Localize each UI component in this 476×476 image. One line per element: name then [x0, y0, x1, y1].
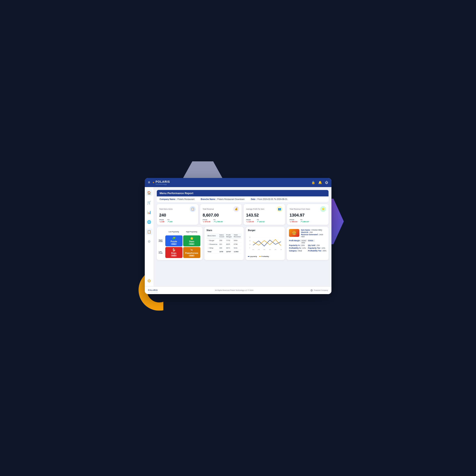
detail-profitability-pct: Profitability % : 12% [289, 247, 306, 249]
metrics-row: Total Menu Items 📋 240 FROM ↘ 238 TO ↗ [157, 204, 328, 225]
svg-text:Mai.: Mai. [275, 249, 277, 250]
date-value: From 2024-02-01 To 2024-08-31 [257, 198, 287, 200]
detail-cogs: COGS : [308, 239, 326, 244]
sidebar-item-settings[interactable]: ⚙ [146, 238, 152, 245]
navbar: ≡ ✦ POLARIS Technology 🔒 🔔 ⏻ [145, 178, 331, 187]
detail-profit-margin: Profit Margin : 15342 AED [289, 239, 306, 244]
metric-icon-revenue: 💰 [233, 206, 239, 212]
detail-qty: Qty Sold : 234 [308, 244, 326, 246]
bcg-powerhorses-view[interactable]: View [189, 255, 195, 256]
stars-table-row: Total10782276711483 [206, 250, 242, 254]
footer-logo: POLARIS Technology [148, 288, 158, 293]
brand-sub: Technology [155, 184, 170, 185]
metric-title-stars: Total Revenue From Stars ⭐ [289, 206, 326, 212]
lock-icon[interactable]: 🔒 [311, 181, 315, 184]
stars-table: Menu Item Sales Count Profit Margin Tota… [206, 233, 242, 254]
item-name-row: Item Name : Chicken BBQ [301, 229, 326, 231]
revenue-row: Revenue Generated : 2430 AED [301, 234, 326, 238]
bcg-grid: Low Popularity Hight Popularity Hight Pr… [159, 229, 200, 258]
bcg-col-label-0: Low Popularity [165, 229, 183, 235]
burger-chart-svg: 60 40 20 0 [248, 233, 283, 254]
company-info: Company Name : Polaris Restaurant [160, 198, 195, 200]
svg-text:Jun.: Jun. [280, 249, 283, 250]
sidebar-item-analytics[interactable]: 📊 [146, 209, 153, 216]
main-card: ≡ ✦ POLARIS Technology 🔒 🔔 ⏻ 🏠 [145, 178, 331, 294]
report-info-bar: Company Name : Polaris Restaurant Branch… [157, 196, 328, 202]
date-info: Date : From 2024-02-01 To 2024-08-31 [251, 198, 287, 200]
sidebar-item-home[interactable]: 🏠 [146, 189, 153, 196]
power-icon[interactable]: ⏻ [325, 181, 328, 184]
svg-text:Feb.: Feb. [258, 249, 260, 250]
report-title: Menu Performance Report [160, 192, 193, 195]
svg-text:40: 40 [249, 240, 251, 241]
legend-label-profitability: Profitability [261, 255, 269, 257]
svg-text:20: 20 [249, 243, 251, 245]
footer: POLARIS Technology All Rights Reserved P… [145, 287, 331, 294]
footer-copyright: All Rights Reserved Polaris Technology L… [215, 289, 254, 291]
metric-icon-profit: 👥 [277, 206, 283, 212]
metric-revenue-stars: Total Revenue From Stars ⭐ 1304.97 FROM … [287, 204, 328, 225]
metric-avg-profit: Average Profit Per Item 👥 143.52 FROM ↘ … [244, 204, 285, 225]
detail-category: Category : Meal [289, 250, 306, 252]
navbar-left: ≡ ✦ POLARIS Technology [148, 180, 170, 185]
stars-col-item: Menu Item [206, 233, 218, 239]
bcg-cell-stars[interactable]: ⭐ Stars View [183, 235, 200, 246]
stars-table-row: ☆Wrap49069725231 [206, 246, 242, 250]
sidebar-item-orders[interactable]: 🛒 [146, 199, 153, 206]
brand-name: POLARIS [155, 180, 170, 183]
bcg-row-label-0: Hight Profit [159, 235, 165, 246]
company-label: Company Name : [160, 198, 177, 200]
svg-text:Mar.: Mar. [264, 249, 266, 250]
bcg-stars-view[interactable]: View [189, 243, 195, 245]
metric-value-profit: 143.52 [246, 213, 283, 218]
date-label: Date : [251, 198, 256, 200]
metric-icon-stars: ⭐ [320, 206, 326, 212]
stars-table-row: ☆Burger25977705454 [206, 238, 242, 242]
item-image: 🍔 [289, 229, 299, 237]
metric-icon-menu: 📋 [190, 206, 196, 212]
bell-icon[interactable]: 🔔 [318, 181, 322, 184]
company-value: Polaris Restaurant [177, 198, 194, 200]
bcg-matrix-card: Low Popularity Hight Popularity Hight Pr… [157, 227, 203, 260]
metric-title-revenue: Total Revenue 💰 [203, 206, 239, 212]
bcg-row-label-1: Low Profit [159, 247, 165, 258]
branch-info: Branche Name : Polaris Restaurant Downto… [201, 198, 245, 200]
stars-table-title: Stars [206, 229, 242, 231]
svg-text:Apr.: Apr. [269, 249, 271, 250]
bcg-cell-puzzle[interactable]: 🧩 Puzzle View [165, 235, 183, 246]
stars-table-card: Stars Menu Item Sales Count Profit Margi… [204, 227, 244, 260]
svg-text:Jan.: Jan. [253, 249, 255, 250]
legend-popularity: popularity [248, 255, 257, 257]
legend-dot-profitability [259, 256, 261, 257]
legend-label-popularity: popularity [250, 255, 257, 257]
burger-chart-title: Burger [248, 229, 283, 231]
main-layout: 🏠 🛒 📊 🌐 📋 ⚙ ⏻ Menu Performance Report Co… [145, 187, 331, 287]
detail-popularity-tier: Popularity Tier : 10% [308, 247, 326, 249]
sidebar-item-power[interactable]: ⏻ [146, 278, 152, 284]
bcg-corner [159, 229, 165, 235]
stock-id-row: Stock ID : #34 [301, 231, 326, 233]
content-area: Menu Performance Report Company Name : P… [154, 187, 331, 287]
report-header: Menu Performance Report [157, 190, 328, 196]
bcg-puzzle-label: Puzzle [170, 240, 177, 243]
bcg-col-label-1: Hight Popularity [183, 229, 200, 235]
branch-label: Branche Name : [201, 198, 216, 200]
legend-profitability: Profitability [259, 255, 269, 257]
hamburger-icon[interactable]: ≡ [148, 180, 150, 185]
svg-text:0: 0 [249, 247, 250, 248]
metric-title-profit: Average Profit Per Item 👥 [246, 206, 283, 212]
brand-star-icon: ✦ [152, 181, 155, 184]
metric-from-to-stars: FROM ↘ 906.54 TO ↗ 1304.97 [289, 219, 326, 223]
sidebar-item-global[interactable]: 🌐 [146, 219, 153, 225]
bcg-powerhorses-label: Powerhorses [185, 252, 198, 254]
brand-logo: ✦ POLARIS Technology [152, 180, 170, 185]
sidebar: 🏠 🛒 📊 🌐 📋 ⚙ ⏻ [145, 187, 154, 287]
metric-from-to-menu: FROM ↘ 238 TO ↗ 240 [159, 219, 196, 223]
stars-col-margin: Profit Margin [225, 233, 233, 239]
bcg-dogs-view[interactable]: View [171, 255, 177, 256]
bcg-cell-dogs[interactable]: 🐕 Dogs View [165, 247, 183, 258]
bcg-cell-powerhorses[interactable]: 🐎 Powerhorses View [183, 247, 200, 258]
bcg-puzzle-view[interactable]: View [171, 243, 177, 245]
sidebar-item-reports[interactable]: 📋 [146, 229, 153, 235]
navbar-right: 🔒 🔔 ⏻ [311, 181, 328, 184]
